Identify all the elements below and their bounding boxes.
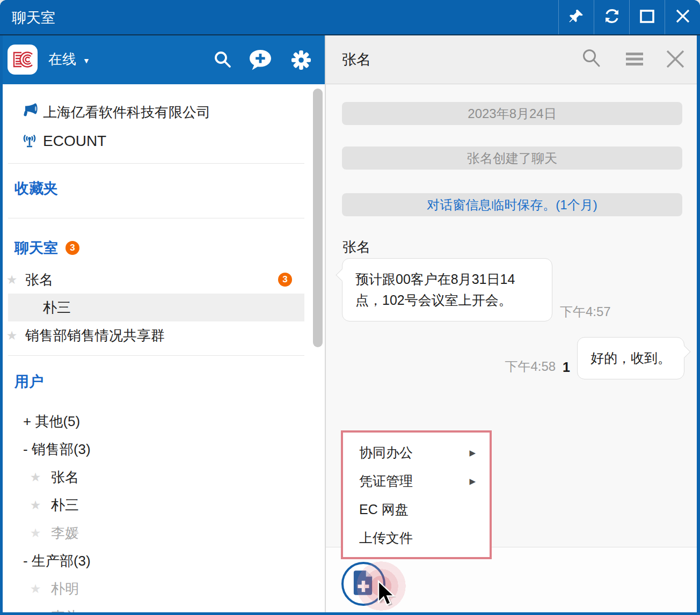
chat-item-piaosan-selected[interactable]: 朴三 [8, 294, 304, 321]
incoming-message: 预计跟00客户在8月31日14点，102号会议室上开会。 下午4:57 [342, 258, 611, 321]
user-item-liyuan[interactable]: ★ 李媛 [3, 519, 325, 547]
maximize-button[interactable] [629, 0, 665, 34]
menu-item-label: 凭证管理 [359, 472, 413, 490]
maximize-icon [640, 10, 654, 25]
window-title: 聊天室 [12, 8, 55, 27]
status-label: 在线 [48, 50, 76, 69]
outgoing-message-bubble: 好的，收到。 [577, 337, 684, 379]
date-pill: 2023年8月24日 [342, 102, 682, 125]
user-item-label: 朴明 [51, 580, 79, 598]
divider [8, 218, 304, 218]
chat-item-zhangming[interactable]: ★ 张名 3 [3, 266, 325, 294]
user-group-label: - 生产部(3) [23, 552, 91, 570]
company-broadcast-item[interactable]: 上海亿看软件科技有限公司 [3, 98, 325, 126]
user-group-label: - 销售部(3) [23, 440, 91, 459]
incoming-message-time: 下午4:57 [560, 303, 611, 320]
gear-icon [290, 49, 312, 73]
new-chat-bubble-icon [248, 49, 273, 74]
user-group-others[interactable]: + 其他(5) [3, 407, 325, 435]
menu-item-label: EC 网盘 [359, 501, 409, 518]
search-icon [213, 50, 232, 72]
menu-item-collaboration[interactable]: 协同办公 ▶ [343, 438, 490, 467]
submenu-arrow-icon: ▶ [469, 477, 476, 486]
chat-app-window: 聊天室 [0, 0, 700, 615]
divider [8, 163, 304, 164]
incoming-message-text: 预计跟00客户在8月31日14点，102号会议室上开会。 [355, 272, 515, 308]
star-icon: ★ [3, 273, 21, 287]
attach-context-menu: 协同办公 ▶ 凭证管理 ▶ EC 网盘 上传文件 [341, 430, 492, 559]
chat-close-button[interactable] [663, 48, 688, 72]
close-icon [675, 9, 690, 26]
menu-item-ec-drive[interactable]: EC 网盘 [343, 495, 490, 524]
pin-button[interactable] [558, 0, 594, 34]
chat-item-label: 张名 [25, 270, 53, 289]
outgoing-message: 下午4:58 1 好的，收到。 [505, 337, 684, 379]
bubble-tail [336, 268, 348, 281]
star-icon: ★ [26, 582, 45, 596]
menu-item-label: 协同办公 [359, 444, 413, 462]
users-section-header[interactable]: 用户 [14, 372, 43, 391]
chevron-down-icon: ▼ [83, 56, 90, 65]
menu-item-upload-file[interactable]: 上传文件 [343, 524, 490, 552]
favorites-section-header[interactable]: 收藏夹 [14, 179, 58, 198]
star-icon: ★ [26, 526, 45, 540]
system-message-pill: 张名创建了聊天 [342, 147, 682, 170]
user-group-production[interactable]: - 生产部(3) [3, 547, 325, 575]
attach-file-button[interactable] [341, 562, 385, 606]
megaphone-icon [20, 102, 39, 122]
unread-badge: 3 [278, 273, 292, 287]
chat-search-button[interactable] [579, 48, 604, 72]
chat-item-label: 朴三 [43, 298, 71, 317]
user-item-lidou[interactable]: ★ 李斗 [3, 603, 325, 612]
company-broadcast-label: 上海亿看软件科技有限公司 [43, 103, 210, 122]
chatrooms-header-label: 聊天室 [14, 238, 58, 258]
ecount-broadcast-item[interactable]: ECOUNT [3, 127, 325, 155]
user-group-sales[interactable]: - 销售部(3) [3, 435, 325, 463]
divider [8, 355, 304, 356]
menu-item-voucher-management[interactable]: 凭证管理 ▶ [343, 467, 490, 495]
add-document-icon [353, 569, 374, 598]
incoming-message-bubble: 预计跟00客户在8月31日14点，102号会议室上开会。 [342, 258, 552, 321]
sidebar-header: 在线 ▼ [3, 35, 325, 84]
refresh-icon [603, 8, 621, 26]
antenna-icon [20, 131, 39, 151]
user-item-piaosan[interactable]: ★ 朴三 [3, 491, 325, 519]
retention-notice-pill: 对话窗信息临时保存。(1个月) [342, 193, 682, 216]
close-icon [666, 49, 685, 71]
titlebar: 聊天室 [0, 0, 700, 34]
user-item-label: 李斗 [51, 607, 79, 613]
close-window-button[interactable] [665, 0, 700, 34]
user-item-label: 朴三 [51, 496, 79, 515]
user-item-label: 张名 [51, 468, 79, 487]
user-item-piaoming[interactable]: ★ 朴明 [3, 575, 325, 603]
new-chat-button[interactable] [249, 50, 272, 72]
bubble-tail [677, 345, 690, 358]
star-icon: ★ [26, 610, 45, 613]
user-item-zhangming[interactable]: ★ 张名 [3, 463, 325, 491]
chat-peer-name: 张名 [342, 50, 371, 69]
chat-item-sales-group[interactable]: ★ 销售部销售情况共享群 [3, 321, 325, 349]
user-item-label: 李媛 [51, 524, 79, 543]
chatrooms-section-header[interactable]: 聊天室 3 [14, 238, 79, 258]
outgoing-message-time: 下午4:58 [505, 358, 556, 375]
user-group-label: + 其他(5) [23, 412, 80, 431]
outgoing-message-text: 好的，收到。 [590, 350, 671, 365]
refresh-button[interactable] [594, 0, 629, 34]
sidebar-search-button[interactable] [211, 50, 235, 72]
ec-logo [8, 45, 38, 75]
menu-item-label: 上传文件 [359, 529, 413, 547]
status-dropdown[interactable]: 在线 ▼ [48, 50, 90, 69]
settings-button[interactable] [289, 50, 313, 72]
chat-header: 张名 [326, 35, 697, 84]
star-icon: ★ [26, 470, 45, 485]
sidebar-scrollbar-thumb[interactable] [313, 89, 323, 347]
search-icon [581, 48, 602, 72]
ecount-broadcast-label: ECOUNT [43, 133, 106, 150]
star-icon: ★ [3, 328, 21, 343]
chat-item-label: 销售部销售情况共享群 [25, 326, 165, 345]
chat-menu-button[interactable] [622, 48, 647, 72]
sidebar: 上海亿看软件科技有限公司 ECOUNT 收藏夹 聊天室 3 ★ 张名 3 朴三 … [3, 84, 325, 612]
message-sender-name: 张名 [342, 238, 370, 257]
pin-icon [569, 9, 584, 26]
hamburger-icon [625, 51, 644, 69]
